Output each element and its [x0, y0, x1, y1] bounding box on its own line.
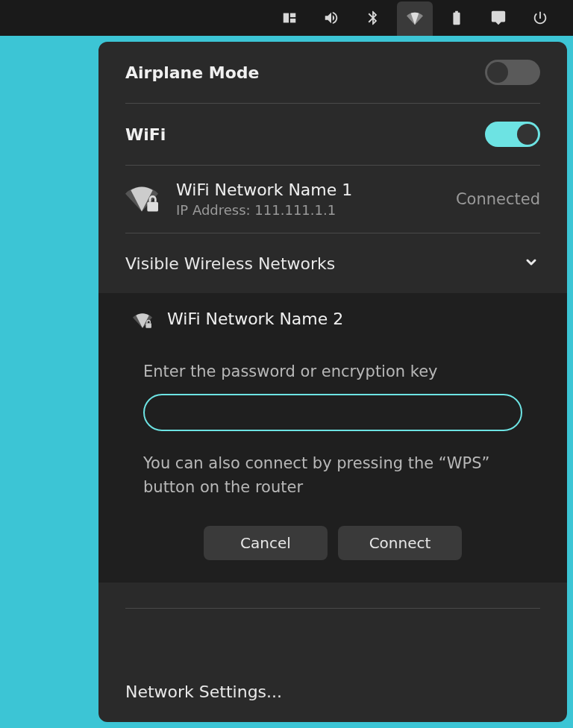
- svg-rect-1: [290, 13, 295, 17]
- airplane-mode-toggle[interactable]: [485, 60, 540, 85]
- wifi-signal-lock-icon: [133, 311, 152, 330]
- svg-rect-0: [284, 13, 289, 23]
- workspaces-icon[interactable]: [272, 0, 307, 36]
- svg-rect-3: [147, 202, 158, 212]
- wifi-signal-lock-icon: [125, 183, 158, 216]
- visible-networks-label: Visible Wireless Networks: [125, 254, 335, 273]
- top-bar: [0, 0, 573, 36]
- volume-icon[interactable]: [313, 0, 349, 36]
- chevron-down-icon: [522, 253, 540, 274]
- connected-network-row[interactable]: WiFi Network Name 1 IP Address: 111.111.…: [98, 166, 567, 233]
- wifi-label: WiFi: [125, 125, 166, 144]
- toggle-knob: [487, 62, 508, 83]
- network-settings-link: Network Settings...: [125, 682, 282, 701]
- wifi-row: WiFi: [98, 104, 567, 165]
- network-info: WiFi Network Name 1 IP Address: 111.111.…: [176, 181, 438, 218]
- battery-icon[interactable]: [439, 0, 475, 36]
- toggle-knob: [517, 124, 538, 145]
- airplane-mode-label: Airplane Mode: [125, 63, 259, 82]
- network-name-label: WiFi Network Name 1: [176, 181, 438, 199]
- network-panel: Airplane Mode WiFi WiFi Network Name 1 I…: [97, 40, 569, 724]
- svg-rect-4: [145, 323, 151, 328]
- connect-button[interactable]: Connect: [338, 526, 462, 560]
- airplane-mode-row: Airplane Mode: [98, 42, 567, 103]
- wps-hint: You can also connect by pressing the “WP…: [143, 452, 522, 499]
- password-prompt: Enter the password or encryption key: [143, 363, 522, 380]
- wifi-toggle[interactable]: [485, 122, 540, 147]
- network-item-header[interactable]: WiFi Network Name 2: [98, 293, 567, 342]
- cancel-button[interactable]: Cancel: [204, 526, 328, 560]
- network-name-label: WiFi Network Name 2: [167, 310, 343, 328]
- wifi-tray-icon[interactable]: [397, 1, 433, 36]
- divider: [125, 608, 540, 609]
- bluetooth-icon[interactable]: [355, 0, 391, 36]
- connection-status: Connected: [456, 190, 540, 208]
- network-ip-label: IP Address: 111.111.1.1: [176, 202, 438, 218]
- visible-networks-header[interactable]: Visible Wireless Networks: [98, 233, 567, 293]
- password-input[interactable]: [143, 394, 522, 431]
- expanded-network-section: WiFi Network Name 2 Enter the password o…: [98, 293, 567, 583]
- notifications-icon[interactable]: [480, 0, 516, 36]
- footer-row[interactable]: Network Settings...: [98, 662, 567, 722]
- svg-rect-2: [290, 19, 295, 22]
- power-icon[interactable]: [522, 0, 558, 36]
- password-form: Enter the password or encryption key You…: [98, 342, 567, 583]
- button-row: Cancel Connect: [143, 526, 522, 560]
